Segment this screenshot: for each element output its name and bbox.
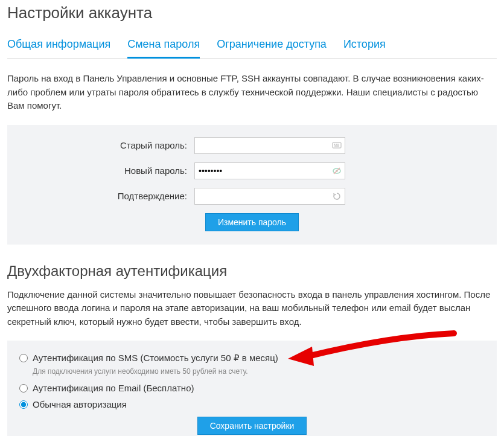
- password-description: Пароль на вход в Панель Управления и осн…: [7, 72, 497, 113]
- sms-note: Для подключения услуги необходимо иметь …: [33, 367, 485, 376]
- svg-rect-1: [334, 144, 335, 145]
- radio-sms-label: Аутентификация по SMS (Стоимость услуги …: [33, 353, 278, 364]
- svg-rect-4: [334, 146, 339, 147]
- twofa-option-email[interactable]: Аутентификация по Email (Бесплатно): [19, 383, 485, 393]
- tab-password[interactable]: Смена пароля: [127, 33, 200, 58]
- tabs-bar: Общая информация Смена пароля Ограничени…: [7, 33, 497, 59]
- password-panel: Старый пароль: Новый пароль: Подтвержден…: [7, 125, 497, 245]
- tab-general[interactable]: Общая информация: [7, 33, 110, 58]
- twofa-title: Двухфакторная аутентификация: [7, 263, 497, 280]
- twofa-panel: Аутентификация по SMS (Стоимость услуги …: [7, 341, 497, 436]
- save-settings-button[interactable]: Сохранить настройки: [197, 417, 307, 435]
- old-password-label: Старый пароль:: [19, 140, 194, 150]
- svg-rect-3: [337, 144, 339, 145]
- radio-email[interactable]: [19, 384, 28, 393]
- tab-history[interactable]: История: [343, 33, 386, 58]
- keyboard-icon: [332, 141, 342, 150]
- radio-normal-label: Обычная авторизация: [33, 399, 127, 409]
- old-password-row: Старый пароль:: [19, 137, 485, 154]
- new-password-input[interactable]: [194, 162, 345, 179]
- refresh-icon[interactable]: [332, 191, 342, 201]
- svg-rect-0: [333, 143, 341, 148]
- old-password-input[interactable]: [194, 137, 345, 154]
- twofa-option-sms[interactable]: Аутентификация по SMS (Стоимость услуги …: [19, 353, 485, 364]
- svg-rect-2: [336, 144, 337, 145]
- twofa-option-normal[interactable]: Обычная авторизация: [19, 399, 485, 409]
- change-password-button[interactable]: Изменить пароль: [205, 213, 299, 231]
- radio-sms[interactable]: [19, 354, 28, 362]
- radio-email-label: Аутентификация по Email (Бесплатно): [33, 383, 194, 393]
- confirm-password-row: Подтверждение:: [19, 188, 485, 205]
- page-title: Настройки аккаунта: [7, 4, 497, 22]
- eye-icon[interactable]: [332, 166, 342, 176]
- tab-access[interactable]: Ограничение доступа: [217, 33, 327, 58]
- radio-normal[interactable]: [19, 400, 28, 409]
- confirm-password-input[interactable]: [194, 188, 345, 205]
- new-password-row: Новый пароль:: [19, 162, 485, 179]
- confirm-password-label: Подтверждение:: [19, 191, 194, 201]
- new-password-label: Новый пароль:: [19, 165, 194, 176]
- twofa-description: Подключение данной системы значительно п…: [7, 288, 497, 329]
